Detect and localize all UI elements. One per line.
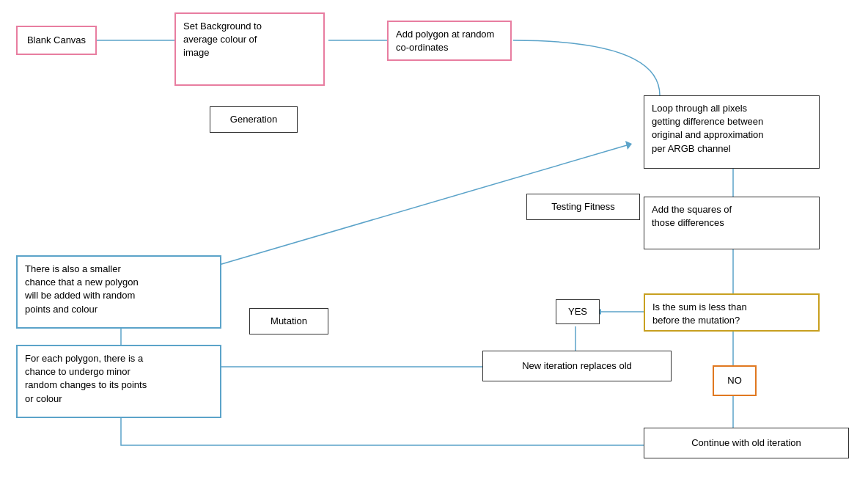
mutation-label-box: Mutation (249, 308, 328, 334)
yes-label: YES (568, 305, 587, 318)
testing-fitness-label-box: Testing Fitness (526, 194, 640, 220)
add-polygon-label: Add polygon at randomco-ordinates (396, 29, 494, 53)
set-background-box: Set Background toaverage colour ofimage (174, 12, 325, 86)
no-label: NO (727, 374, 742, 387)
svg-marker-21 (625, 141, 632, 150)
add-polygon-box: Add polygon at randomco-ordinates (387, 21, 512, 61)
continue-old-box: Continue with old iteration (644, 428, 849, 458)
new-iteration-label: New iteration replaces old (522, 359, 632, 373)
smaller-chance-label: There is also a smallerchance that a new… (25, 263, 139, 315)
blank-canvas-label: Blank Canvas (27, 34, 86, 47)
loop-pixels-box: Loop through all pixelsgetting differenc… (644, 95, 820, 169)
add-squares-label: Add the squares ofthose differences (652, 204, 732, 228)
blank-canvas-box: Blank Canvas (16, 26, 97, 55)
smaller-chance-box: There is also a smallerchance that a new… (16, 255, 221, 329)
mutation-label: Mutation (271, 315, 307, 328)
generation-label-box: Generation (210, 106, 298, 133)
set-background-label: Set Background toaverage colour ofimage (183, 21, 262, 58)
for-each-polygon-box: For each polygon, there is achance to un… (16, 345, 221, 418)
yes-box: YES (556, 299, 600, 324)
is-sum-less-label: Is the sum is less thanbefore the mutati… (652, 301, 747, 326)
is-sum-less-box: Is the sum is less thanbefore the mutati… (644, 293, 820, 332)
add-squares-box: Add the squares ofthose differences (644, 197, 820, 249)
continue-old-label: Continue with old iteration (691, 436, 801, 450)
testing-fitness-label: Testing Fitness (551, 200, 615, 213)
no-box: NO (713, 365, 757, 396)
new-iteration-box: New iteration replaces old (482, 351, 672, 381)
flowchart: Blank Canvas Set Background toaverage co… (0, 0, 868, 490)
generation-label: Generation (230, 113, 277, 126)
for-each-polygon-label: For each polygon, there is achance to un… (25, 353, 147, 404)
loop-pixels-label: Loop through all pixelsgetting differenc… (652, 103, 763, 154)
